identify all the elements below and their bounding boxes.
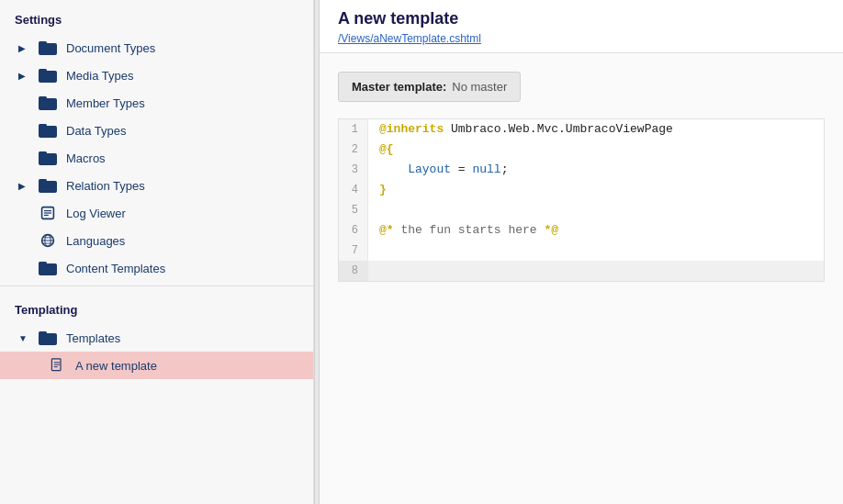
chevron-right-icon: ▶ [18,181,29,191]
code-line-2: 2 @{ [339,140,824,160]
sidebar: Settings ▶ Document Types ▶ Media Types … [0,0,314,504]
code-line-7: 7 [339,241,824,261]
sidebar-item-label: Templates [66,331,120,345]
code-content: } [368,180,387,200]
sidebar-item-label: Log Viewer [66,207,126,220]
folder-icon [39,178,57,193]
file-path[interactable]: /Views/aNewTemplate.cshtml [338,32,825,45]
main-content: A new template /Views/aNewTemplate.cshtm… [320,0,843,504]
sidebar-item-label: Relation Types [66,179,145,193]
sidebar-item-a-new-template[interactable]: A new template [0,352,313,379]
chevron-right-icon: ▶ [18,71,29,81]
svg-rect-9 [39,151,47,155]
templating-section-title: Templating [0,290,313,324]
svg-rect-11 [39,179,47,183]
line-number: 6 [339,220,368,241]
line-number: 5 [339,200,368,220]
log-icon [39,206,57,220]
line-number: 3 [339,160,368,180]
sidebar-item-label: Document Types [66,41,155,55]
sidebar-item-log-viewer[interactable]: ▶ Log Viewer [0,199,313,227]
main-body: Master template: No master 1 @inherits U… [320,53,843,504]
line-number: 4 [339,180,368,200]
folder-icon [39,330,57,345]
line-number: 7 [339,241,368,261]
code-content: @inherits Umbraco.Web.Mvc.UmbracoViewPag… [368,119,673,140]
code-line-8: 8 [339,261,824,281]
sidebar-item-document-types[interactable]: ▶ Document Types [0,34,313,62]
folder-icon [39,151,57,165]
folder-icon [39,95,57,110]
code-content [368,200,387,220]
folder-icon [39,68,57,83]
page-title: A new template [338,9,825,28]
svg-rect-1 [39,41,47,45]
sidebar-item-languages[interactable]: ▶ Languages [0,227,313,254]
code-content: @* the fun starts here *@ [368,220,558,241]
line-number: 2 [339,140,368,160]
chevron-down-icon: ▼ [18,333,29,343]
code-content: @{ [368,140,394,160]
master-template-bar: Master template: No master [338,72,521,102]
folder-icon [39,123,57,138]
svg-rect-24 [39,331,47,335]
code-line-3: 3 Layout = null; [339,160,824,180]
template-file-icon [48,358,66,373]
chevron-right-icon: ▶ [18,43,29,53]
line-number: 8 [339,261,368,281]
code-line-5: 5 [339,200,824,220]
folder-icon [39,261,57,275]
sidebar-item-label: Data Types [66,124,127,138]
globe-icon [39,233,57,248]
master-template-value: No master [452,80,507,94]
master-template-label: Master template: [352,80,446,94]
settings-section-title: Settings [0,0,313,34]
sidebar-item-data-types[interactable]: ▶ Data Types [0,117,313,144]
code-line-4: 4 } [339,180,824,200]
sidebar-item-member-types[interactable]: ▶ Member Types [0,89,313,117]
svg-rect-5 [39,96,47,100]
code-content: Layout = null; [368,160,508,180]
sidebar-item-label: Content Templates [66,262,165,275]
sidebar-divider [0,286,313,286]
code-line-1: 1 @inherits Umbraco.Web.Mvc.UmbracoViewP… [339,119,824,140]
code-line-6: 6 @* the fun starts here *@ [339,220,824,241]
sidebar-item-content-templates[interactable]: ▶ Content Templates [0,254,313,282]
sidebar-item-label: Macros [66,151,106,165]
sidebar-item-label: Media Types [66,69,133,83]
sidebar-item-macros[interactable]: ▶ Macros [0,144,313,172]
sidebar-item-label: Languages [66,234,125,248]
code-content [368,261,387,281]
code-content [368,241,387,261]
svg-rect-22 [39,262,47,265]
line-number: 1 [339,119,368,140]
sidebar-item-media-types[interactable]: ▶ Media Types [0,62,313,89]
main-header: A new template /Views/aNewTemplate.cshtm… [320,0,843,53]
svg-rect-7 [39,124,47,128]
sidebar-item-relation-types[interactable]: ▶ Relation Types [0,172,313,199]
folder-icon [39,40,57,55]
sidebar-item-templates[interactable]: ▼ Templates [0,324,313,352]
code-editor[interactable]: 1 @inherits Umbraco.Web.Mvc.UmbracoViewP… [338,118,825,282]
svg-rect-3 [39,69,47,73]
sidebar-item-label: Member Types [66,96,145,110]
sidebar-item-label: A new template [75,359,157,373]
